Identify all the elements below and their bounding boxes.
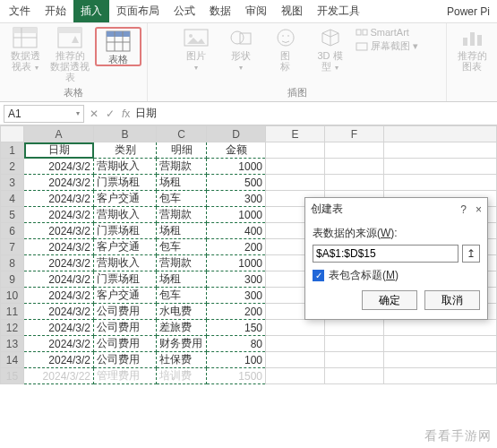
- cell-date[interactable]: 2024/3/22: [24, 368, 94, 384]
- cell-date[interactable]: 2024/3/2: [24, 223, 94, 239]
- cell-date[interactable]: 2024/3/2: [24, 336, 94, 352]
- row-header[interactable]: 3: [1, 175, 24, 191]
- col-header-c[interactable]: C: [157, 126, 207, 142]
- row-header[interactable]: 12: [1, 320, 24, 336]
- dialog-titlebar[interactable]: 创建表 ? ×: [305, 198, 487, 220]
- col-header-e[interactable]: E: [266, 126, 325, 142]
- menu-review[interactable]: 审阅: [238, 0, 274, 22]
- cell[interactable]: [325, 159, 384, 175]
- headers-checkbox[interactable]: ✓: [313, 270, 324, 281]
- cell-detail[interactable]: 场租: [157, 271, 207, 288]
- cell-date[interactable]: 2024/3/2: [24, 159, 94, 175]
- cell[interactable]: 类别: [94, 142, 157, 159]
- menu-devtools[interactable]: 开发工具: [310, 0, 367, 22]
- cell-amount[interactable]: 1000: [207, 207, 266, 223]
- cell[interactable]: [384, 320, 497, 336]
- cell-amount[interactable]: 300: [207, 191, 266, 207]
- cell-category[interactable]: 门票场租: [94, 271, 157, 288]
- menu-home[interactable]: 开始: [38, 0, 73, 22]
- cancel-button[interactable]: 取消: [424, 290, 480, 310]
- dialog-help-button[interactable]: ?: [460, 203, 467, 216]
- cell-detail[interactable]: 社保费: [157, 352, 207, 368]
- cell[interactable]: [266, 336, 325, 352]
- row-header[interactable]: 15: [1, 368, 24, 384]
- name-box[interactable]: A1 ▾: [4, 105, 84, 123]
- select-all-corner[interactable]: [1, 126, 24, 142]
- cell-date[interactable]: 2024/3/2: [24, 304, 94, 320]
- cell[interactable]: [384, 336, 497, 352]
- formula-value[interactable]: 日期: [135, 106, 493, 121]
- menu-pagelayout[interactable]: 页面布局: [109, 0, 167, 22]
- cell-date[interactable]: 2024/3/2: [24, 288, 94, 304]
- smartart-button[interactable]: SmartArt: [356, 27, 418, 38]
- cell-date[interactable]: 2024/3/2: [24, 239, 94, 255]
- row-header[interactable]: 2: [1, 159, 24, 175]
- menu-insert[interactable]: 插入: [73, 0, 109, 22]
- cell-detail[interactable]: 包车: [157, 191, 207, 207]
- cell-detail[interactable]: 包车: [157, 288, 207, 304]
- col-header-b[interactable]: B: [94, 126, 157, 142]
- cell[interactable]: [325, 352, 384, 368]
- range-input[interactable]: [313, 245, 458, 263]
- cell[interactable]: [384, 175, 497, 191]
- row-header[interactable]: 1: [1, 142, 24, 159]
- row-header[interactable]: 9: [1, 271, 24, 288]
- row-header[interactable]: 5: [1, 207, 24, 223]
- cell-detail[interactable]: 差旅费: [157, 320, 207, 336]
- ok-button[interactable]: 确定: [362, 290, 417, 310]
- cell-date[interactable]: 2024/3/2: [24, 255, 94, 271]
- cell[interactable]: [266, 159, 325, 175]
- menu-file[interactable]: 文件: [2, 0, 38, 22]
- cell-amount[interactable]: 100: [207, 352, 266, 368]
- row-header[interactable]: 11: [1, 304, 24, 320]
- cell[interactable]: [266, 175, 325, 191]
- cell-detail[interactable]: 场租: [157, 175, 207, 191]
- cell-category[interactable]: 营期收入: [94, 159, 157, 175]
- cell-category[interactable]: 客户交通: [94, 191, 157, 207]
- cell-category[interactable]: 公司费用: [94, 304, 157, 320]
- cell-date[interactable]: 2024/3/2: [24, 191, 94, 207]
- cell[interactable]: 明细: [157, 142, 207, 159]
- pictures-button[interactable]: 图片▾: [176, 27, 216, 72]
- accept-formula-icon[interactable]: ✓: [106, 108, 115, 120]
- cell[interactable]: [325, 175, 384, 191]
- row-header[interactable]: 13: [1, 336, 24, 352]
- table-button[interactable]: 表格: [99, 30, 138, 65]
- dialog-close-button[interactable]: ×: [476, 203, 482, 216]
- menu-data[interactable]: 数据: [202, 0, 238, 22]
- cell[interactable]: [384, 159, 497, 175]
- cell-amount[interactable]: 80: [207, 336, 266, 352]
- cell-amount[interactable]: 300: [207, 271, 266, 288]
- cell-amount[interactable]: 1000: [207, 255, 266, 271]
- pivottable-button[interactable]: 数据透视表 ▾: [5, 27, 45, 72]
- cell[interactable]: [266, 368, 325, 384]
- cell-date[interactable]: 2024/3/2: [24, 352, 94, 368]
- icons-button[interactable]: 图标: [266, 27, 305, 72]
- cell-date[interactable]: 2024/3/2: [24, 207, 94, 223]
- menu-view[interactable]: 视图: [274, 0, 310, 22]
- shapes-button[interactable]: 形状▾: [221, 27, 261, 72]
- cell-category[interactable]: 公司费用: [94, 320, 157, 336]
- cell-detail[interactable]: 水电费: [157, 304, 207, 320]
- row-header[interactable]: 10: [1, 288, 24, 304]
- row-header[interactable]: 7: [1, 239, 24, 255]
- cell-amount[interactable]: 1500: [207, 368, 266, 384]
- fx-icon[interactable]: fx: [122, 108, 130, 120]
- cell[interactable]: 日期: [24, 142, 94, 159]
- cell-category[interactable]: 公司费用: [94, 352, 157, 368]
- cell[interactable]: [384, 368, 497, 384]
- headers-checkbox-row[interactable]: ✓ 表包含标题(M): [313, 268, 480, 283]
- cell-detail[interactable]: 培训费: [157, 368, 207, 384]
- cell[interactable]: [325, 368, 384, 384]
- recommended-charts-button[interactable]: 推荐的图表: [452, 27, 492, 72]
- cell-detail[interactable]: 营期款: [157, 159, 207, 175]
- cell-detail[interactable]: 营期款: [157, 255, 207, 271]
- col-header-a[interactable]: A: [24, 126, 94, 142]
- cell-detail[interactable]: 包车: [157, 239, 207, 255]
- cancel-formula-icon[interactable]: ✕: [90, 108, 99, 120]
- col-header-blank[interactable]: [384, 126, 497, 142]
- 3dmodel-button[interactable]: 3D 模型 ▾: [311, 27, 350, 72]
- cell-amount[interactable]: 200: [207, 304, 266, 320]
- cell-detail[interactable]: 营期款: [157, 207, 207, 223]
- cell[interactable]: [266, 352, 325, 368]
